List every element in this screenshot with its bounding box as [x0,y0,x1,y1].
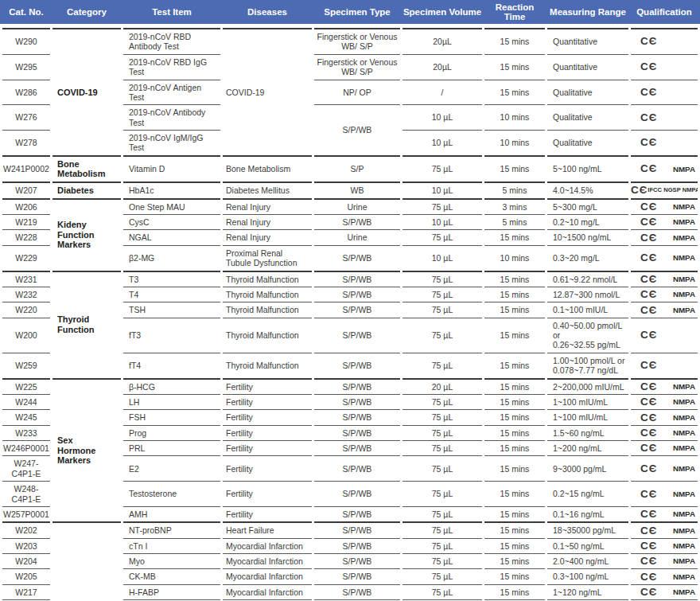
cell-specimen-type: S/P/WB [314,521,400,538]
cell-cat-no: W259 [2,353,50,378]
qualification-marks: CЄNMPA [631,427,698,439]
ce-mark-icon: CЄ [640,586,657,599]
cell-disease: Myocardial Infarction [223,585,312,600]
cell-specimen-volume: 75 µL [402,271,482,287]
cell-specimen-volume: 75 µL [402,318,482,353]
cell-disease: Fertility [223,378,312,395]
cell-reaction-time: 15 mins [484,441,545,456]
cell-cat-no: W244 [2,395,50,410]
ce-mark-icon: CЄ [640,304,657,317]
cell-specimen-volume: 75 µL [402,230,482,245]
cell-disease: Diabetes Mellitus [223,181,312,198]
cell-specimen-volume: 75 µL [402,585,482,600]
regulatory-marks: NMPA [673,233,695,243]
category-group: W241P0002Bone MetabolismVitamin DBone Me… [2,155,698,181]
cell-disease: Fertility [223,441,312,456]
cell-specimen-volume: 75 µL [402,395,482,410]
cell-test-item: 2019-nCoV Antigen Test [123,80,220,106]
cell-qualification: CЄIFCC NGSP NMPA [631,181,698,198]
cell-measuring-range: 1~100 mIU/mL [547,410,628,425]
cell-test-item: NGAL [123,230,220,245]
cell-test-item: 2019-nCoV Antibody Test [123,105,220,131]
cell-test-item: β-HCG [123,378,220,395]
cell-test-item: H-FABP [123,585,220,600]
cell-category: Kideny Function Markers [52,198,121,271]
qualification-marks: CЄNMPA [631,288,698,301]
cell-disease: Thyroid Malfunction [223,318,312,353]
cell-specimen-volume: 10 µL [402,131,482,155]
ce-mark-icon: CЄ [640,488,657,501]
cell-test-item: LH [123,395,220,410]
column-header-test-item: Test Item [123,7,220,17]
cell-specimen-volume: 75 µL [402,569,482,584]
column-header-qualification: Qualification [631,7,698,17]
qualification-marks: CЄNMPA [631,232,698,244]
category-group: W207DiabetesHbA1cDiabetes MellitusWB10 µ… [2,181,698,198]
cell-disease: Bone Metabolism [223,155,312,181]
cell-specimen-volume: 10 µL [402,105,482,131]
qualification-marks: CЄNMPA [631,462,698,475]
cell-disease: Thyroid Malfunction [223,287,312,302]
cell-test-item: Prog [123,426,220,441]
cell-qualification: CЄNMPA [631,426,698,441]
qualification-marks: CЄIFCC NGSP NMPA [631,184,698,197]
ce-mark-icon: CЄ [640,201,657,213]
cell-cat-no: W202 [2,521,50,538]
cell-qualification: CЄ [631,131,698,155]
category-group: W225Sex Hormone Markersβ-HCGFertilityS/P… [2,378,698,522]
cell-reaction-time: 15 mins [484,554,545,569]
cell-cat-no: W229 [2,246,50,271]
cell-reaction-time: 15 mins [484,521,545,538]
ce-mark-icon: CЄ [640,162,657,175]
cell-specimen-volume: 75 µL [402,410,482,425]
table-row: W241P0002Bone MetabolismVitamin DBone Me… [2,155,698,181]
ce-mark-icon: CЄ [640,252,657,264]
cell-specimen-volume: 75 µL [402,155,482,181]
qualification-marks: CЄ [631,329,698,341]
cell-specimen-type: S/P/WB [314,507,400,521]
cell-measuring-range: Qualitative [547,131,628,155]
cell-measuring-range: 5~100 ng/mL [547,155,628,181]
ce-mark-icon: CЄ [640,136,657,149]
cell-reaction-time: 15 mins [484,230,545,245]
cell-disease: Fertility [223,426,312,441]
cell-disease: Myocardial Infarction [223,539,312,554]
cell-reaction-time: 15 mins [484,410,545,425]
regulatory-marks: NMPA [673,217,695,227]
cell-cat-no: W246P0001 [2,441,50,456]
regulatory-marks: NMPA [673,490,695,499]
cell-reaction-time: 15 mins [484,353,545,378]
cell-reaction-time: 15 mins [484,585,545,600]
column-header-diseases: Diseases [223,7,312,17]
cell-test-item: CK-MB [123,569,220,584]
cell-cat-no: W217 [2,585,50,600]
cell-cat-no: W204 [2,554,50,569]
cell-cat-no: W200 [2,318,50,353]
cell-specimen-type: NP/ OP [314,80,400,106]
ce-mark-icon: CЄ [640,60,657,73]
cell-test-item: fT3 [123,318,220,353]
cell-test-item: T3 [123,271,220,287]
qualification-marks: CЄ [631,60,698,73]
table-row: W207DiabetesHbA1cDiabetes MellitusWB10 µ… [2,181,698,198]
cell-specimen-volume: 75 µL [402,198,482,215]
regulatory-marks: NMPA [673,275,695,284]
qualification-marks: CЄNMPA [631,525,698,537]
cell-qualification: CЄ [631,105,698,131]
cell-category: Thyroid Function [52,271,121,378]
cell-specimen-type: Fingerstick or Venous WB/ S/P [314,55,400,80]
regulatory-marks: NMPA [673,253,695,263]
cell-cat-no: W286 [2,80,50,106]
cell-measuring-range: 1~100 mIU/mL [547,395,628,410]
cell-reaction-time: 10 mins [484,131,545,155]
cell-disease: Myocardial Infarction [223,554,312,569]
cell-test-item: TSH [123,302,220,318]
cell-qualification: CЄNMPA [631,302,698,318]
cell-reaction-time: 5 mins [484,181,545,198]
qualification-marks: CЄNMPA [631,201,698,213]
cell-measuring-range: 9~3000 pg/mL [547,456,628,482]
cell-cat-no: W219 [2,215,50,230]
qualification-marks: CЄ [631,111,698,124]
cell-cat-no: W257P0001 [2,507,50,521]
column-header-specimen-type: Specimen Type [314,7,400,17]
